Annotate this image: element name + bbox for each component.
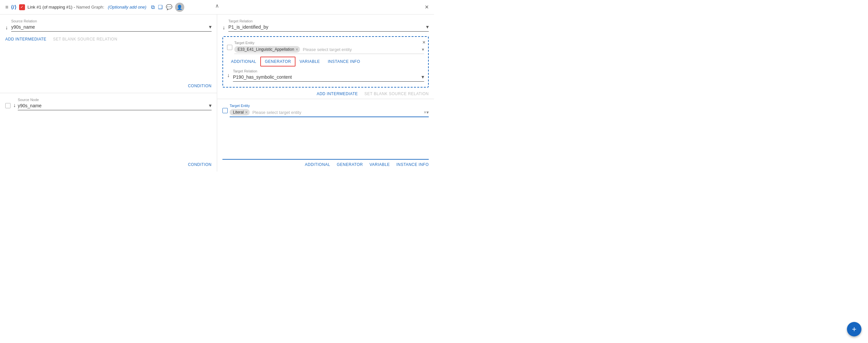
target-entity-checkbox[interactable]: [227, 45, 232, 50]
tab-generator[interactable]: GENERATOR: [260, 57, 296, 66]
target-relation-label: Target Relation: [228, 19, 429, 23]
tabs-row: ADDITIONAL GENERATOR VARIABLE INSTANCE I…: [227, 57, 424, 66]
add-intermediate-button-left-top[interactable]: ADD INTERMEDIATE: [5, 37, 46, 41]
left-bottom-section: ↓ Source Node y90s_name ▾ CONDITION: [0, 93, 217, 172]
chip-text: E33_E41_Linguistic_Appellation: [238, 47, 294, 52]
bottom-tab-instance-info[interactable]: INSTANCE INFO: [397, 162, 429, 167]
bottom-target-entity-checkbox[interactable]: [222, 108, 228, 113]
set-blank-source-relation-left-top[interactable]: SET BLANK SOURCE RELATION: [53, 37, 117, 41]
avatar[interactable]: 👤: [175, 3, 184, 12]
bottom-chip-close-icon[interactable]: ×: [245, 110, 248, 115]
copy-icon-2[interactable]: ❑: [158, 4, 162, 10]
tab-additional[interactable]: ADDITIONAL: [227, 57, 260, 66]
dashed-box-close-button[interactable]: ×: [423, 39, 426, 45]
source-node-value: y90s_name: [18, 103, 208, 108]
condition-link-left-bottom[interactable]: CONDITION: [188, 162, 212, 167]
source-relation-arrow: ↓: [5, 25, 8, 31]
hamburger-icon[interactable]: ≡: [5, 4, 8, 10]
bottom-target-entity-label: Target Entity: [230, 104, 429, 107]
avatar-icon: 👤: [177, 5, 182, 10]
inner-target-relation: ↓ Target Relation P190_has_symbolic_cont…: [227, 69, 424, 82]
bottom-entity-clear-icon[interactable]: ×: [424, 110, 427, 115]
checkbox-icon: ✓: [19, 4, 25, 10]
tab-instance-info[interactable]: INSTANCE INFO: [324, 57, 364, 66]
target-relation-select[interactable]: P1_is_identified_by ▾: [228, 24, 429, 32]
entity-dropdown-icon: ▾: [422, 47, 424, 52]
title-separator: -: [74, 5, 76, 9]
target-relation-value: P1_is_identified_by: [228, 24, 425, 30]
right-top-action-links: ADD INTERMEDIATE SET BLANK SOURCE RELATI…: [222, 92, 429, 96]
target-relation-dropdown-icon: ▾: [426, 24, 429, 30]
source-node-content: ↓ Source Node y90s_name ▾: [13, 98, 212, 110]
main-content: ↓ Source Relation y90s_name ▾ ADD INTERM…: [0, 14, 434, 172]
inner-relation-select[interactable]: P190_has_symbolic_content ▾: [233, 74, 424, 82]
bottom-tab-generator[interactable]: GENERATOR: [337, 162, 363, 167]
bottom-right-tabs: ADDITIONAL GENERATOR VARIABLE INSTANCE I…: [222, 159, 429, 167]
bottom-chip-text: Literal: [233, 110, 244, 115]
source-relation-dropdown-icon: ▾: [209, 24, 212, 30]
optional-text: (Optionally add one): [108, 5, 147, 9]
title-link-label: Link #1 (of mapping #1): [28, 5, 73, 9]
header-icons: ⧉ ❑ 💬: [151, 4, 173, 10]
target-entity-label: Target Entity: [234, 41, 424, 45]
bottom-tab-variable[interactable]: VARIABLE: [370, 162, 390, 167]
chevron-up-icon[interactable]: ∧: [215, 3, 219, 9]
inner-relation-value: P190_has_symbolic_content: [233, 74, 420, 80]
source-node-dropdown-icon: ▾: [209, 102, 212, 108]
source-node-label: Source Node: [18, 98, 212, 102]
target-relation-arrow: ↓: [222, 25, 225, 31]
bottom-entity-chip: Literal ×: [230, 109, 250, 116]
source-relation-label: Source Relation: [11, 19, 212, 23]
tab-variable[interactable]: VARIABLE: [296, 57, 324, 66]
header: ≡ ⟨/⟩ ✓ Link #1 (of mapping #1) - Named …: [0, 0, 434, 14]
chip-close-icon[interactable]: ×: [296, 47, 298, 52]
bottom-entity-placeholder[interactable]: Please select target entity: [250, 110, 424, 115]
copy-icon-1[interactable]: ⧉: [151, 4, 155, 10]
source-node-row: ↓ Source Node y90s_name ▾: [5, 98, 212, 110]
source-node-checkbox[interactable]: [5, 103, 10, 108]
inner-relation-label: Target Relation: [233, 69, 424, 73]
bottom-tab-additional[interactable]: ADDITIONAL: [305, 162, 330, 167]
named-graph-label: Named Graph:: [76, 5, 104, 9]
add-intermediate-button-right-top[interactable]: ADD INTERMEDIATE: [316, 92, 358, 96]
source-node-arrow: ↓: [13, 102, 16, 108]
source-relation-row: ↓ Source Relation y90s_name ▾: [5, 19, 212, 32]
entity-chip: E33_E41_Linguistic_Appellation ×: [234, 46, 300, 53]
dashed-box: × Target Entity E33_E41_Linguistic_Appel…: [222, 36, 429, 88]
condition-link-left-top[interactable]: CONDITION: [188, 84, 212, 88]
left-top-action-links: ADD INTERMEDIATE SET BLANK SOURCE RELATI…: [5, 37, 212, 41]
bottom-entity-dropdown-icon: ▾: [427, 110, 429, 115]
left-panel: ↓ Source Relation y90s_name ▾ ADD INTERM…: [0, 14, 217, 172]
set-blank-source-relation-right-top[interactable]: SET BLANK SOURCE RELATION: [365, 92, 429, 96]
target-relation-row: ↓ Target Relation P1_is_identified_by ▾: [222, 19, 429, 32]
inner-relation-row: ↓ Target Relation P190_has_symbolic_cont…: [227, 69, 424, 82]
right-bottom-section: Target Entity Literal × Please select ta…: [217, 99, 434, 172]
source-relation-value: y90s_name: [11, 24, 208, 30]
close-button[interactable]: ×: [425, 3, 429, 11]
inner-relation-dropdown-icon: ▾: [422, 74, 424, 80]
right-panel: ↓ Target Relation P1_is_identified_by ▾ …: [217, 14, 434, 172]
code-icon[interactable]: ⟨/⟩: [11, 4, 16, 10]
left-top-section: ↓ Source Relation y90s_name ▾ ADD INTERM…: [0, 14, 217, 93]
right-top-section: ↓ Target Relation P1_is_identified_by ▾ …: [217, 14, 434, 99]
source-node-select[interactable]: y90s_name ▾: [18, 102, 212, 110]
chat-icon[interactable]: 💬: [166, 4, 173, 10]
entity-placeholder[interactable]: Please select target entity: [300, 47, 422, 52]
inner-relation-arrow: ↓: [227, 72, 230, 79]
header-title: Link #1 (of mapping #1) - Named Graph: (…: [28, 5, 147, 9]
source-relation-select[interactable]: y90s_name ▾: [11, 24, 212, 32]
